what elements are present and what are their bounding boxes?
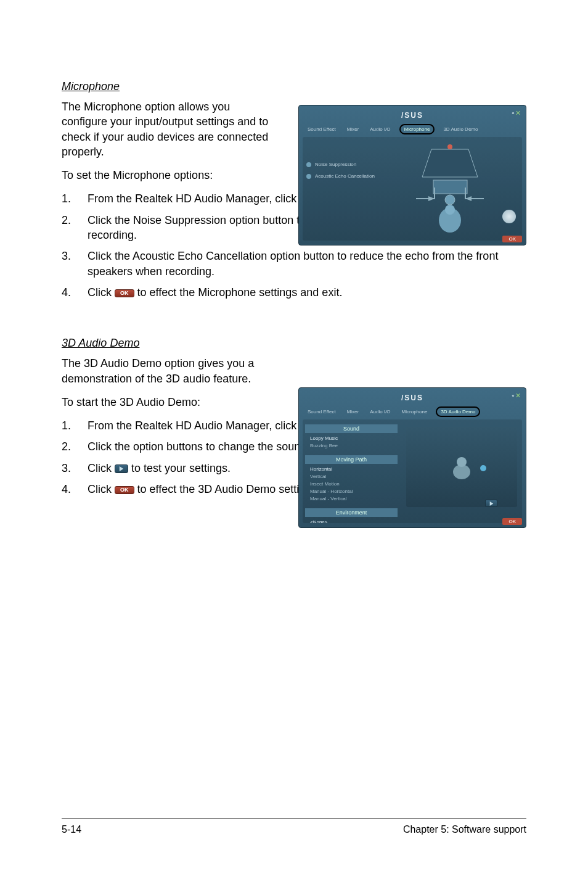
option-acoustic-echo[interactable]: Acoustic Echo Cancellation: [306, 173, 375, 179]
ok-button-inline: OK: [115, 289, 134, 297]
page-footer: 5-14 Chapter 5: Software support: [62, 819, 526, 835]
tab-microphone[interactable]: Microphone: [399, 124, 435, 134]
chapter-label: Chapter 5: Software support: [403, 824, 526, 835]
opt-none[interactable]: <None>: [310, 519, 395, 523]
option-label: Acoustic Echo Cancellation: [315, 173, 375, 179]
svg-marker-5: [465, 196, 472, 201]
tab-audio-io[interactable]: Audio I/O: [367, 408, 393, 416]
environment-options: <None> Bathroom Stone Corridor: [305, 517, 398, 523]
tab-3d-audio-demo[interactable]: 3D Audio Demo: [441, 125, 480, 133]
svg-point-3: [447, 144, 452, 149]
option-list: Noise Suppression Acoustic Echo Cancella…: [306, 162, 375, 185]
svg-marker-0: [120, 466, 123, 471]
tab-mixer[interactable]: Mixer: [345, 408, 362, 416]
step-number: 4.: [62, 482, 88, 497]
screenshot-3d-audio: ∘✕ /SUS Sound Effect Mixer Audio I/O Mic…: [298, 387, 526, 528]
ok-button[interactable]: OK: [502, 236, 522, 242]
svg-marker-4: [428, 196, 435, 201]
tab-sound-effect[interactable]: Sound Effect: [305, 408, 338, 416]
section-title-microphone: Microphone: [62, 80, 526, 93]
sidebar: Sound Loopy Music Buzzing Bee Moving Pat…: [305, 422, 398, 523]
tab-microphone[interactable]: Microphone: [399, 408, 430, 416]
step-number: 1.: [62, 418, 88, 433]
tab-bar[interactable]: Sound Effect Mixer Audio I/O Microphone …: [305, 406, 522, 417]
asus-logo: /SUS: [401, 394, 423, 402]
text-fragment: Click: [88, 462, 115, 474]
screenshot-microphone: ∘✕ /SUS Sound Effect Mixer Audio I/O Mic…: [298, 105, 526, 245]
svg-rect-2: [433, 180, 467, 194]
opt-manual-horizontal[interactable]: Manual - Horizontal: [310, 489, 395, 494]
tab-sound-effect[interactable]: Sound Effect: [305, 125, 338, 133]
ok-button-inline: OK: [115, 486, 134, 494]
group-header-sound: Sound: [305, 424, 398, 433]
app-window: ∘✕ /SUS Sound Effect Mixer Audio I/O Mic…: [298, 105, 526, 245]
3d-audio-lead: To start the 3D Audio Demo:: [62, 395, 277, 410]
path-options: Horizontal Vertical Insect Motion Manual…: [305, 464, 398, 506]
opt-manual-vertical[interactable]: Manual - Vertical: [310, 496, 395, 501]
opt-vertical[interactable]: Vertical: [310, 474, 395, 479]
svg-point-10: [457, 457, 467, 467]
tab-3d-audio-demo[interactable]: 3D Audio Demo: [436, 406, 480, 417]
sound-options: Loopy Music Buzzing Bee: [305, 433, 398, 453]
svg-marker-1: [422, 149, 478, 177]
group-header-environment: Environment: [305, 508, 398, 517]
microphone-intro: The Microphone option allows you configu…: [62, 99, 277, 159]
step-number: 1.: [62, 191, 88, 206]
option-label: Noise Suppression: [315, 162, 356, 167]
tab-audio-io[interactable]: Audio I/O: [367, 125, 393, 133]
play-icon: [489, 501, 494, 506]
opt-buzzing-bee[interactable]: Buzzing Bee: [310, 443, 395, 448]
section-title-3d-audio: 3D Audio Demo: [62, 337, 526, 350]
step-number: 3.: [62, 461, 88, 476]
step-number: 4.: [62, 285, 88, 300]
asus-logo: /SUS: [401, 111, 423, 120]
play-button-inline: [115, 464, 128, 473]
step-number: 2.: [62, 213, 88, 243]
app-window: ∘✕ /SUS Sound Effect Mixer Audio I/O Mic…: [298, 387, 526, 528]
svg-point-8: [445, 205, 455, 215]
opt-horizontal[interactable]: Horizontal: [310, 466, 395, 472]
play-icon: [119, 466, 124, 471]
opt-loopy-music[interactable]: Loopy Music: [310, 435, 395, 441]
page-number: 5-14: [62, 824, 81, 835]
option-noise-suppression[interactable]: Noise Suppression: [306, 162, 375, 167]
step-text: Click the Acoustic Echo Cancellation opt…: [88, 249, 526, 279]
opt-insect-motion[interactable]: Insect Motion: [310, 481, 395, 487]
listener-icon: [449, 455, 474, 479]
ok-button[interactable]: OK: [502, 518, 522, 525]
svg-point-6: [445, 195, 455, 205]
radio-icon: [306, 174, 311, 179]
tab-bar[interactable]: Sound Effect Mixer Audio I/O Microphone …: [305, 124, 522, 134]
sound-source-icon: [480, 465, 486, 471]
preview-pane: [406, 427, 517, 507]
play-button[interactable]: [485, 500, 497, 507]
svg-marker-11: [489, 501, 493, 506]
tab-mixer[interactable]: Mixer: [345, 125, 362, 133]
app-body: Noise Suppression Acoustic Echo Cancella…: [303, 137, 522, 241]
radio-icon: [306, 162, 311, 167]
text-fragment: to test your settings.: [131, 462, 231, 474]
microphone-diagram: [398, 143, 515, 236]
step-number: 2.: [62, 439, 88, 454]
3d-audio-intro: The 3D Audio Demo option gives you a dem…: [62, 356, 277, 386]
text-fragment: to effect the Microphone settings and ex…: [137, 286, 343, 299]
text-fragment: Click: [88, 286, 115, 299]
step-number: 3.: [62, 249, 88, 279]
gear-icon[interactable]: [502, 210, 516, 223]
group-header-path: Moving Path: [305, 455, 398, 464]
text-fragment: Click: [88, 483, 115, 495]
step-text: Click OK to effect the Microphone settin…: [88, 285, 526, 300]
microphone-lead: To set the Microphone options:: [62, 168, 277, 183]
app-body: Sound Loopy Music Buzzing Bee Moving Pat…: [303, 419, 522, 523]
